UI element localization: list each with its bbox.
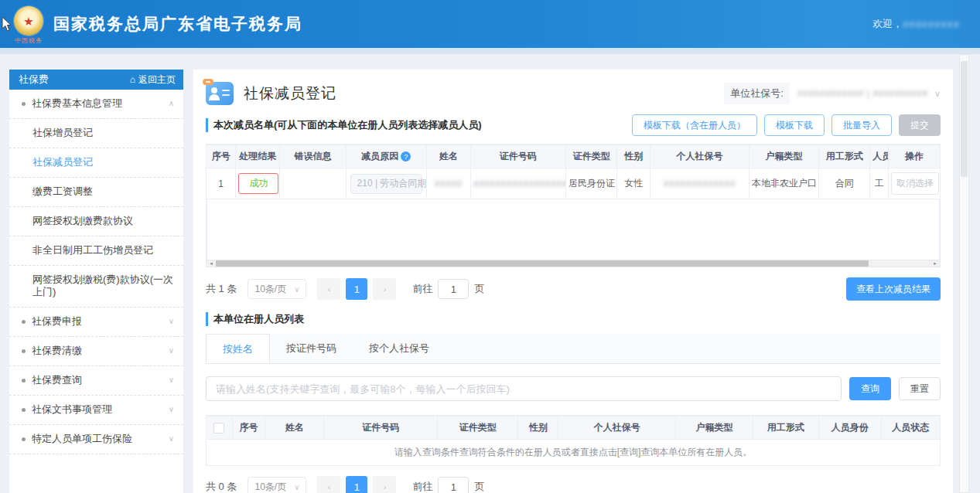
tab-by-id-number[interactable]: 按证件号码 [270,334,353,363]
sidebar-item-add-personnel[interactable]: 社保增员登记 [9,119,183,148]
view-last-result-button[interactable]: 查看上次减员结果 [846,277,941,301]
unit-ssn-value-masked: ############ | ########## [797,88,928,99]
help-icon[interactable]: ? [401,151,411,162]
col-name: 姓名 [426,145,470,168]
cell-reason: 210 | 劳动合同期满 ∨ [346,168,426,199]
chevron-down-icon: ∨ [294,483,299,491]
bullet-icon [22,102,26,106]
cell-error [280,168,346,199]
scrollbar-thumb[interactable] [961,61,968,177]
tab-by-personal-ssn[interactable]: 按个人社保号 [353,334,446,363]
sidebar-item-label: 网签授权划缴费款协议 [32,215,133,227]
prev-page-button[interactable]: ‹ [317,278,340,300]
total-count: 共 1 条 [206,282,237,296]
col-error: 错误信息 [280,145,346,168]
bullet-icon [22,349,26,353]
page-size-select[interactable]: 10条/页 ∨ [248,477,306,493]
prev-page-button[interactable]: ‹ [317,476,340,493]
bullet-icon [22,379,26,382]
reset-button[interactable]: 重置 [899,377,941,400]
page-title: 社保减员登记 [244,83,336,104]
sidebar-item-parttime-injury-register[interactable]: 非全日制用工工伤增员登记 [9,236,183,266]
submit-button[interactable]: 提交 [899,114,941,136]
reduce-table-horizontal-scrollbar[interactable]: ◂ ▸ [206,260,941,267]
cancel-selection-button[interactable]: 取消选择 [891,172,939,195]
batch-import-button[interactable]: 批量导入 [831,114,892,136]
select-all-checkbox[interactable] [213,423,224,434]
sidebar-group-declare[interactable]: 社保费申报 ∨ [9,308,183,337]
col-id-type: 证件类型 [565,145,616,168]
col-seq: 序号 [232,416,265,440]
window-vertical-scrollbar[interactable] [959,54,969,493]
sidebar-item-tax-deduction-agreement[interactable]: 网签授权划缴税(费)款协议(一次上门) [9,266,183,308]
bullet-icon [22,437,26,441]
star-icon: ★ [23,15,33,27]
sidebar-group-document-management[interactable]: 社保文书事项管理 ∨ [9,396,183,425]
cell-seq: 1 [207,168,236,199]
sidebar-group-query[interactable]: 社保费查询 ∨ [9,366,183,396]
col-personal-ssn: 个人社保号 [650,145,749,168]
col-reason: 减员原因? [346,145,426,168]
minus-badge-icon [203,79,213,85]
bullet-icon [22,408,26,412]
sidebar-item-label: 社保减员登记 [32,156,93,168]
col-employment-form: 用工形式 [819,145,870,168]
col-household-type: 户籍类型 [676,416,753,440]
reduce-pagination: 共 1 条 10条/页 ∨ ‹ 1 › 前往 页 查看上次减员结果 [206,277,941,301]
page-number-current[interactable]: 1 [346,476,367,493]
goto-label: 前往 [412,282,432,296]
total-count: 共 0 条 [206,480,237,493]
bullet-icon [22,320,26,324]
sidebar-group-special-injury-insurance[interactable]: 特定人员单项工伤保险 ∨ [9,425,183,454]
goto-suffix: 页 [474,480,484,493]
sidebar-group-label: 特定人员单项工伤保险 [32,433,132,445]
page-number-current[interactable]: 1 [346,278,367,300]
chevron-up-icon: ∧ [164,99,174,109]
sidebar-item-reduce-personnel[interactable]: 社保减员登记 [9,148,183,178]
unit-ssn-label: 单位社保号: [724,83,790,104]
return-home-link[interactable]: ⌂ 返回主页 [130,73,176,87]
welcome-username-masked[interactable]: ######### [903,19,960,30]
roster-table-wrap: 序号 姓名 证件号码 证件类型 性别 个人社保号 户籍类型 用工形式 人员身份 … [206,415,941,440]
roster-search-row: 查询 重置 [206,376,941,401]
cell-personal-ssn: ############# [650,168,749,199]
sidebar-header: 社保费 ⌂ 返回主页 [9,70,183,90]
unit-ssn-selector[interactable]: 单位社保号: ############ | ########## ∨ [724,83,941,104]
goto-label: 前往 [412,480,432,493]
sidebar-group-label: 社保费查询 [32,374,82,386]
cell-gender: 女性 [617,168,650,199]
emblem-icon: ★ [14,6,43,36]
sidebar-item-label: 缴费工资调整 [32,185,93,198]
goto-suffix: 页 [474,282,484,296]
col-employment-form: 用工形式 [753,416,818,440]
scrollbar-thumb[interactable] [216,260,869,267]
page-size-select[interactable]: 10条/页 ∨ [248,279,306,299]
name-search-input[interactable] [206,376,842,401]
col-id-number: 证件号码 [324,416,438,440]
template-download-button[interactable]: 模板下载 [764,114,825,136]
next-page-button[interactable]: › [373,278,396,300]
sidebar-item-wage-adjust[interactable]: 缴费工资调整 [9,178,183,207]
template-download-with-roster-button[interactable]: 模板下载（含在册人员） [632,114,757,136]
next-page-button[interactable]: › [373,476,396,493]
col-person-identity: 人员身份 [870,145,889,168]
reduce-personnel-icon [206,82,234,105]
col-id-number: 证件号码 [470,145,565,168]
reduce-table: 序号 处理结果 错误信息 减员原因? 姓名 证件号码 证件类型 性别 个人社保号… [207,144,940,199]
sidebar-group-settle[interactable]: 社保费清缴 ∨ [9,337,183,366]
home-icon: ⌂ [130,74,135,85]
tab-by-name[interactable]: 按姓名 [206,334,270,363]
reduce-section-title: 本次减员名单(可从下面的本单位在册人员列表选择减员人员) [206,118,482,132]
cell-result: 成功 [236,168,280,199]
sidebar-group-basic-info[interactable]: 社保费基本信息管理 ∧ [9,90,183,119]
col-household-type: 户籍类型 [749,145,818,168]
scroll-left-arrow-icon[interactable]: ◂ [207,260,216,267]
scroll-right-arrow-icon[interactable]: ▸ [930,260,940,267]
col-id-type: 证件类型 [438,416,518,440]
goto-page-input[interactable] [438,279,469,299]
goto-page-input[interactable] [438,477,469,493]
col-action: 操作 [889,145,940,168]
reason-select[interactable]: 210 | 劳动合同期满 ∨ [350,174,422,194]
query-button[interactable]: 查询 [849,377,891,400]
sidebar-item-online-deduction-agreement[interactable]: 网签授权划缴费款协议 [9,207,183,236]
